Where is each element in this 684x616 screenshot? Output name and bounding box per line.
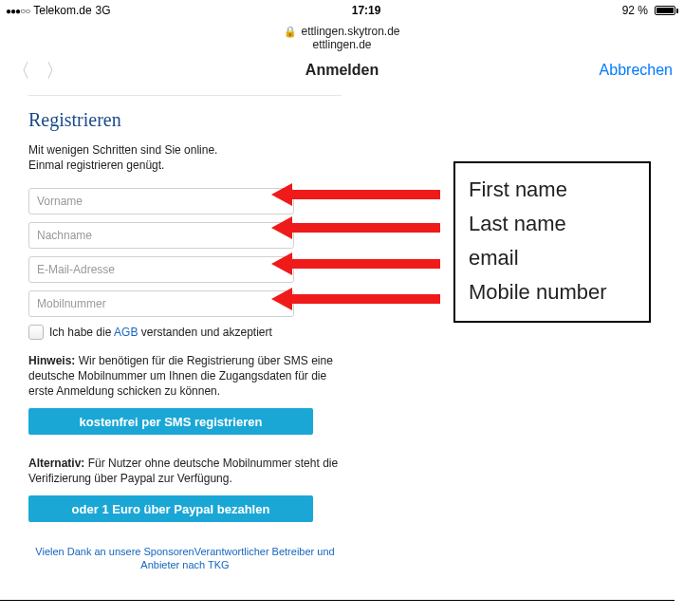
annotation-arrow-mobile: [271, 290, 440, 308]
page-root: ●●●○○ Telekom.de 3G 17:19 92 % 🔒 ettling…: [0, 0, 684, 616]
note-text: Wir benötigen für die Registrierung über…: [28, 354, 333, 398]
forward-button[interactable]: 〉: [46, 58, 65, 84]
mobile-field[interactable]: Mobilnummer: [28, 290, 294, 317]
consent-text: Ich habe die AGB verstanden und akzeptie…: [49, 326, 272, 339]
sponsor-links: Vielen Dank an unsere SponsorenVerantwor…: [28, 545, 342, 571]
browser-address[interactable]: 🔒 ettlingen.skytron.de ettlingen.de: [0, 19, 684, 55]
registration-form: Registrieren Mit wenigen Schritten sind …: [28, 85, 342, 571]
annotation-arrow-last: [271, 219, 440, 236]
toolbar-title: Anmelden: [305, 62, 379, 79]
back-button[interactable]: 〈: [11, 58, 30, 84]
paypal-button[interactable]: oder 1 Euro über Paypal bezahlen: [28, 495, 313, 522]
bottom-rule: [0, 600, 675, 601]
annotation-arrow-email: [271, 255, 440, 272]
consent-post: verstanden und akzeptiert: [138, 326, 271, 339]
battery-percent: 92 %: [622, 4, 648, 17]
annotation-arrow-first: [271, 186, 440, 203]
lastname-field[interactable]: Nachname: [28, 222, 294, 249]
sms-note: Hinweis: Wir benötigen für die Registrie…: [28, 353, 342, 399]
legend-mobile: Mobile number: [469, 275, 636, 309]
divider: [28, 95, 342, 96]
note-label: Hinweis:: [28, 354, 75, 367]
legend-email: email: [469, 241, 636, 275]
battery-icon: [652, 6, 678, 15]
clock: 17:19: [352, 4, 381, 17]
email-field[interactable]: E-Mail-Adresse: [28, 256, 294, 283]
domain-short: ettlingen.de: [0, 38, 684, 51]
ios-status-bar: ●●●○○ Telekom.de 3G 17:19 92 %: [0, 0, 684, 19]
status-left: ●●●○○ Telekom.de 3G: [6, 4, 111, 17]
legend-first: First name: [469, 173, 636, 207]
sponsor-link-1[interactable]: Vielen Dank an unsere Sponsoren: [35, 546, 194, 557]
alt-note: Alternativ: Für Nutzer ohne deutsche Mob…: [28, 456, 342, 486]
agb-checkbox[interactable]: [28, 325, 44, 340]
cancel-button[interactable]: Abbrechen: [600, 62, 673, 79]
status-right: 92 %: [622, 4, 678, 17]
intro-line1: Mit wenigen Schritten sind Sie online.: [28, 142, 342, 158]
intro-text: Mit wenigen Schritten sind Sie online. E…: [28, 142, 342, 173]
legend-last: Last name: [469, 207, 636, 241]
signal-dots-icon: ●●●○○: [6, 6, 29, 16]
browser-toolbar: 〈 〉 Anmelden Abbrechen: [0, 55, 684, 85]
firstname-field[interactable]: Vorname: [28, 188, 294, 215]
alt-label: Alternativ:: [28, 457, 84, 470]
annotation-legend: First name Last name email Mobile number: [453, 161, 651, 323]
page-heading: Registrieren: [28, 109, 342, 131]
consent-row: Ich habe die AGB verstanden und akzeptie…: [28, 325, 342, 340]
agb-link[interactable]: AGB: [114, 326, 138, 339]
lock-icon: 🔒: [284, 25, 297, 38]
register-sms-button[interactable]: kostenfrei per SMS registrieren: [28, 408, 313, 435]
consent-pre: Ich habe die: [49, 326, 114, 339]
intro-line2: Einmal registrieren genügt.: [28, 158, 342, 173]
domain-full: ettlingen.skytron.de: [301, 25, 399, 38]
carrier-label: Telekom.de: [33, 4, 91, 17]
network-label: 3G: [96, 4, 111, 17]
